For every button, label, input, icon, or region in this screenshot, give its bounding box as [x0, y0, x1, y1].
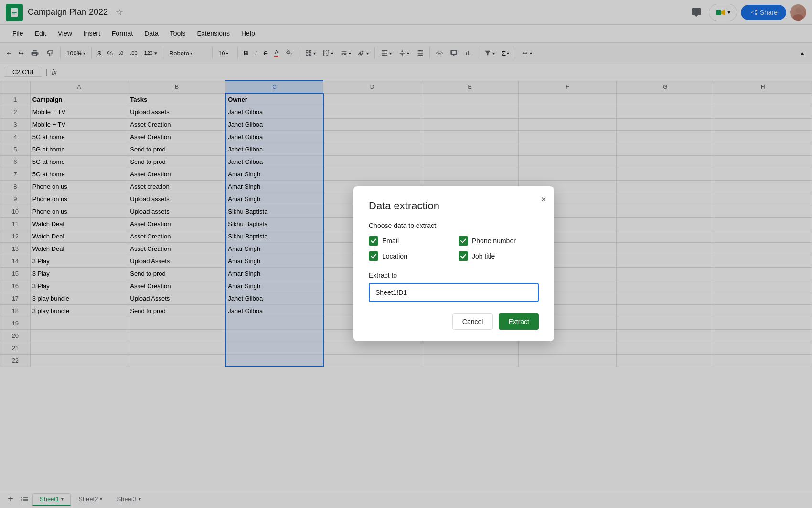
checkbox-grid: Email Phone number Location — [369, 236, 539, 261]
extract-to-label: Extract to — [369, 271, 539, 279]
checkbox-phone[interactable]: Phone number — [459, 236, 539, 246]
checkbox-email-box[interactable] — [369, 236, 378, 246]
cancel-button[interactable]: Cancel — [452, 313, 493, 330]
checkbox-jobtitle-box[interactable] — [459, 251, 468, 261]
extract-to-input[interactable] — [369, 283, 539, 302]
extract-button[interactable]: Extract — [499, 313, 539, 330]
dialog-close-button[interactable]: × — [541, 194, 546, 205]
checkbox-email[interactable]: Email — [369, 236, 449, 246]
checkbox-jobtitle-label: Job title — [472, 252, 495, 260]
dialog-overlay: Data extraction × Choose data to extract… — [0, 0, 812, 508]
checkbox-location-label: Location — [382, 252, 407, 260]
checkbox-email-label: Email — [382, 237, 399, 245]
checkbox-location[interactable]: Location — [369, 251, 449, 261]
checkbox-phone-label: Phone number — [472, 237, 516, 245]
checkbox-phone-box[interactable] — [459, 236, 468, 246]
checkbox-location-box[interactable] — [369, 251, 378, 261]
dialog-section-label: Choose data to extract — [369, 222, 539, 229]
checkbox-jobtitle[interactable]: Job title — [459, 251, 539, 261]
dialog-title: Data extraction — [369, 200, 539, 212]
dialog-actions: Cancel Extract — [369, 313, 539, 330]
data-extraction-dialog: Data extraction × Choose data to extract… — [353, 186, 554, 341]
